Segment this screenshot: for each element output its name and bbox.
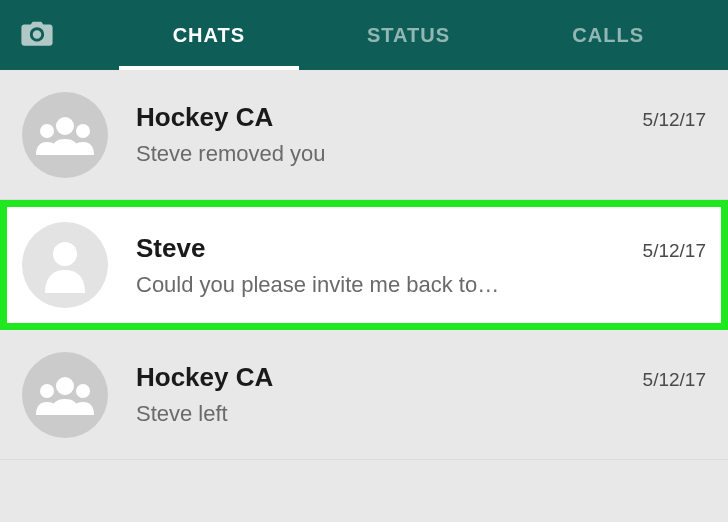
- chat-date: 5/12/17: [643, 240, 706, 262]
- svg-point-4: [56, 377, 74, 395]
- svg-point-0: [56, 117, 74, 135]
- avatar-group: [22, 352, 108, 438]
- svg-point-1: [40, 124, 54, 138]
- svg-point-6: [76, 384, 90, 398]
- chat-header-row: Hockey CA 5/12/17: [136, 102, 706, 133]
- svg-point-5: [40, 384, 54, 398]
- chat-list: Hockey CA 5/12/17 Steve removed you Stev…: [0, 70, 728, 460]
- chat-content: Hockey CA 5/12/17 Steve left: [136, 362, 706, 427]
- chat-item-highlighted[interactable]: Steve 5/12/17 Could you please invite me…: [0, 200, 728, 330]
- camera-icon[interactable]: [20, 18, 54, 52]
- tab-bar: CHATS STATUS CALLS: [109, 0, 708, 70]
- chat-name: Hockey CA: [136, 362, 273, 393]
- chat-name: Steve: [136, 233, 205, 264]
- chat-content: Steve 5/12/17 Could you please invite me…: [136, 233, 706, 298]
- chat-message: Steve left: [136, 401, 706, 427]
- chat-date: 5/12/17: [643, 369, 706, 391]
- svg-point-3: [53, 242, 77, 266]
- avatar-person: [22, 222, 108, 308]
- chat-name: Hockey CA: [136, 102, 273, 133]
- app-header: CHATS STATUS CALLS: [0, 0, 728, 70]
- chat-item[interactable]: Hockey CA 5/12/17 Steve removed you: [0, 70, 728, 200]
- tab-chats-label: CHATS: [173, 24, 245, 47]
- tab-chats[interactable]: CHATS: [109, 0, 309, 70]
- tab-status-label: STATUS: [367, 24, 450, 47]
- chat-header-row: Steve 5/12/17: [136, 233, 706, 264]
- chat-date: 5/12/17: [643, 109, 706, 131]
- chat-message: Could you please invite me back to…: [136, 272, 706, 298]
- svg-point-2: [76, 124, 90, 138]
- tab-status[interactable]: STATUS: [309, 0, 509, 70]
- chat-content: Hockey CA 5/12/17 Steve removed you: [136, 102, 706, 167]
- chat-header-row: Hockey CA 5/12/17: [136, 362, 706, 393]
- tab-calls-label: CALLS: [572, 24, 644, 47]
- chat-item[interactable]: Hockey CA 5/12/17 Steve left: [0, 330, 728, 460]
- chat-message: Steve removed you: [136, 141, 706, 167]
- avatar-group: [22, 92, 108, 178]
- tab-calls[interactable]: CALLS: [508, 0, 708, 70]
